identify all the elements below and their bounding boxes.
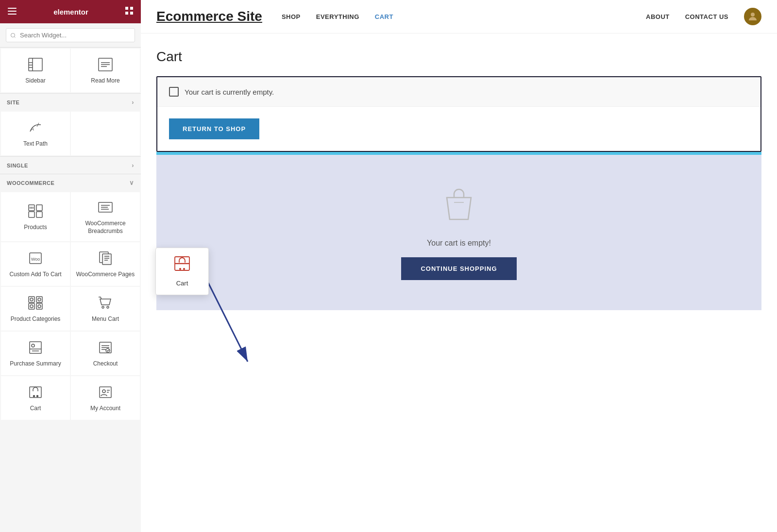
text-path-widget-label: Text Path: [23, 140, 48, 148]
svg-rect-5: [125, 12, 128, 15]
svg-point-65: [179, 268, 181, 270]
svg-rect-1: [8, 11, 17, 12]
custom-add-to-cart-widget-icon: Woo: [28, 251, 43, 267]
svg-rect-2: [8, 14, 17, 15]
panel-header: elementor: [0, 0, 141, 23]
svg-point-45: [107, 306, 109, 308]
my-account-widget-label: My Account: [90, 405, 120, 413]
section-woocommerce[interactable]: WOOCOMMERCE ∨: [0, 174, 141, 191]
woo-chevron: ∨: [129, 179, 135, 186]
custom-add-to-cart-widget-label: Custom Add To Cart: [9, 271, 61, 279]
product-categories-widget-icon: [28, 296, 43, 312]
cart-widget-label: Cart: [30, 405, 41, 413]
top-widget-grid: Sidebar Read More: [0, 48, 141, 93]
shopping-bag-icon: [442, 185, 476, 229]
woo-pages-widget-label: WooCommerce Pages: [76, 271, 135, 279]
continue-shopping-button[interactable]: CONTINUE SHOPPING: [401, 257, 516, 280]
nav-right: ABOUT CONTACT US: [646, 8, 761, 25]
nav-shop[interactable]: SHOP: [282, 13, 301, 20]
svg-rect-0: [8, 8, 17, 9]
widget-sidebar[interactable]: Sidebar: [1, 49, 70, 92]
nav-about[interactable]: ABOUT: [646, 13, 670, 20]
user-avatar[interactable]: [744, 8, 761, 25]
svg-point-42: [30, 305, 33, 308]
purchase-summary-widget-icon: [28, 341, 43, 356]
widget-woo-pages[interactable]: WooCommerce Pages: [71, 242, 140, 286]
widget-cart[interactable]: Cart: [1, 376, 70, 420]
nav-everything[interactable]: EVERYTHING: [316, 13, 359, 20]
svg-point-41: [38, 298, 41, 301]
svg-rect-20: [29, 212, 34, 217]
site-header: Ecommerce Site SHOP EVERYTHING CART ABOU…: [141, 0, 777, 33]
checkout-widget-icon: [98, 341, 113, 356]
site-nav: SHOP EVERYTHING CART: [282, 13, 626, 20]
grid-icon[interactable]: [125, 7, 133, 17]
svg-rect-46: [30, 342, 41, 353]
svg-point-43: [38, 305, 41, 308]
woo-breadcrumbs-widget-label: WooCommerce Breadcrumbs: [75, 220, 135, 235]
svg-rect-4: [130, 7, 133, 10]
nav-cart[interactable]: CART: [375, 13, 393, 20]
svg-point-47: [32, 344, 34, 347]
svg-rect-7: [29, 58, 42, 71]
widget-my-account[interactable]: My Account: [71, 376, 140, 420]
svg-rect-3: [125, 7, 128, 10]
widget-cart-popup: Cart: [155, 248, 209, 295]
widget-menu-cart[interactable]: Menu Cart: [71, 287, 140, 331]
popup-cart-icon: [174, 256, 190, 276]
section-site[interactable]: SITE ›: [0, 93, 141, 111]
svg-rect-36: [29, 297, 34, 302]
cart-actions: RETURN TO SHOP: [157, 107, 760, 151]
widget-woo-breadcrumbs[interactable]: WooCommerce Breadcrumbs: [71, 192, 140, 241]
widget-read-more[interactable]: Read More: [71, 49, 140, 92]
widget-custom-add-to-cart[interactable]: Woo Custom Add To Cart: [1, 242, 70, 286]
cart-box: Your cart is currently empty. RETURN TO …: [156, 76, 761, 152]
search-input[interactable]: [6, 28, 135, 42]
empty-cart-text: Your cart is empty!: [427, 239, 491, 248]
svg-point-56: [34, 396, 35, 397]
svg-rect-55: [30, 387, 41, 398]
menu-cart-widget-icon: [98, 296, 113, 312]
sidebar-widget-icon: [28, 58, 43, 73]
cart-widget-icon: [28, 385, 43, 401]
left-panel: elementor Sidebar: [0, 0, 141, 532]
svg-point-40: [30, 298, 33, 301]
purchase-summary-widget-label: Purchase Summary: [10, 360, 61, 368]
widget-text-path[interactable]: A Text Path: [1, 112, 70, 155]
svg-point-66: [183, 268, 185, 270]
read-more-widget-label: Read More: [91, 77, 119, 85]
svg-text:Woo: Woo: [31, 257, 40, 262]
widget-products[interactable]: Products: [1, 192, 70, 241]
return-to-shop-button[interactable]: RETURN TO SHOP: [169, 118, 259, 139]
woo-breadcrumbs-widget-icon: [98, 200, 113, 216]
single-chevron: ›: [132, 162, 134, 169]
hamburger-icon[interactable]: [8, 7, 17, 17]
svg-rect-19: [36, 205, 42, 211]
page-content: Cart Your cart is currently empty. RETUR…: [141, 33, 777, 532]
popup-cart-label: Cart: [176, 280, 188, 287]
nav-contact[interactable]: CONTACT US: [685, 13, 728, 20]
site-chevron: ›: [132, 99, 134, 106]
site-title: Ecommerce Site: [156, 9, 262, 24]
product-categories-widget-label: Product Categories: [11, 316, 61, 323]
section-single[interactable]: SINGLE ›: [0, 156, 141, 174]
widget-product-categories[interactable]: Product Categories: [1, 287, 70, 331]
my-account-widget-icon: [98, 385, 113, 401]
svg-point-44: [102, 306, 104, 308]
widget-checkout[interactable]: Checkout: [71, 332, 140, 375]
svg-rect-6: [130, 12, 133, 15]
cart-empty-notice-text: Your cart is currently empty.: [185, 88, 274, 96]
products-widget-label: Products: [24, 224, 47, 232]
widget-empty-site: [71, 112, 140, 155]
svg-point-57: [37, 396, 38, 397]
sidebar-widget-label: Sidebar: [25, 77, 45, 85]
read-more-widget-icon: [98, 58, 113, 73]
svg-point-68: [751, 13, 755, 17]
widget-purchase-summary[interactable]: Purchase Summary: [1, 332, 70, 375]
empty-cart-section: Your cart is empty! CONTINUE SHOPPING: [156, 155, 761, 310]
text-path-widget-icon: A: [28, 121, 43, 136]
main-content: Ecommerce Site SHOP EVERYTHING CART ABOU…: [141, 0, 777, 532]
page-title: Cart: [156, 49, 761, 65]
notice-checkbox-icon: [169, 87, 179, 97]
svg-rect-21: [36, 212, 42, 217]
